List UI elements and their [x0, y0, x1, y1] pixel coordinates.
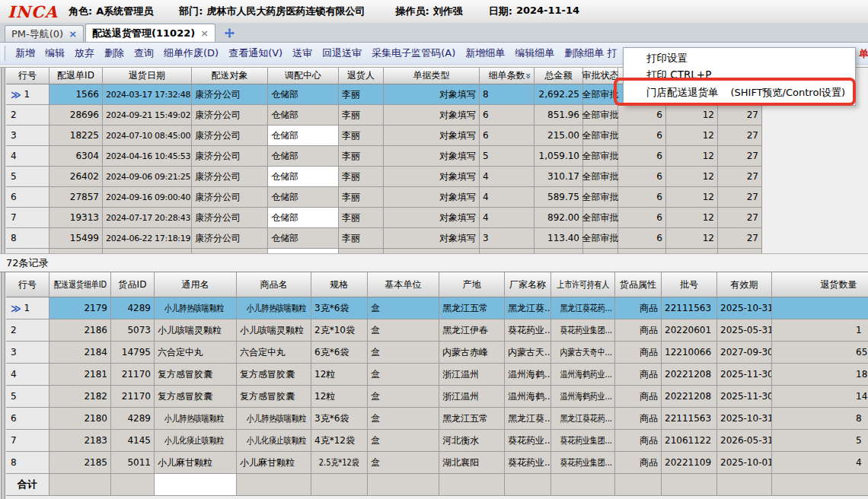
cell-return-qty[interactable]: 65 [772, 342, 868, 364]
cell-dispatch-center[interactable]: 仓储部 [268, 167, 339, 187]
cell-dispatch-center[interactable]: 仓储部 [268, 146, 339, 167]
cell-col-a[interactable]: 6 [618, 167, 666, 187]
cell-expiry[interactable]: 2025-05-31 [717, 319, 772, 342]
cell-spec[interactable]: 2克*10袋 [311, 319, 368, 342]
cell-batch-no[interactable]: 20220601 [662, 319, 717, 342]
cell-batch-no[interactable]: 21061122 [662, 430, 717, 452]
cell-batch-no[interactable]: 12210066 [662, 342, 717, 364]
cell-return-order-id[interactable]: 27857 [49, 187, 103, 208]
cell-total-amount[interactable]: 851.96 [535, 105, 583, 126]
cell-doc-type[interactable]: 对象填写 [384, 208, 480, 228]
row-number-cell[interactable]: 2 [6, 105, 49, 126]
cell-goods-id[interactable]: 4289 [111, 297, 155, 319]
cell-return-order-id[interactable]: 15499 [49, 228, 103, 249]
cell-detail-count[interactable]: 6 [480, 126, 535, 146]
cell-total-amount[interactable]: 215.00 [535, 126, 583, 146]
row-number-cell[interactable]: 2 [6, 319, 49, 342]
cell-total-amount[interactable]: 892.00 [535, 208, 583, 228]
cell-col-b[interactable]: 12 [666, 126, 718, 146]
cell-expiry[interactable]: 2025-11-30 [717, 386, 772, 408]
cell-return-order-id[interactable]: 28696 [49, 105, 103, 126]
toolbar-button-new-detail[interactable]: 新增细单 [465, 46, 505, 60]
cell-product-name[interactable]: 小儿化痰止咳颗粒 [237, 430, 311, 452]
cell-total-amount[interactable]: 1,059.10 [535, 146, 583, 167]
cell-detail-id[interactable]: 2181 [49, 364, 111, 386]
column-header-approval-status[interactable]: 审批状态 [583, 68, 618, 84]
cell-spec[interactable]: 4克*12袋 [311, 430, 368, 452]
cell-batch-no[interactable]: 22111563 [662, 408, 717, 430]
close-icon[interactable]: × [200, 27, 209, 39]
toolbar-button-delete-detail[interactable]: 删除细单 [564, 46, 604, 60]
row-number-cell[interactable]: 7 [6, 208, 49, 228]
cell-delivery-target[interactable]: 康济分公司 [192, 105, 268, 126]
cell-goods-attr[interactable]: 商品 [615, 452, 662, 474]
cell-license-holder[interactable]: 温州海鹤药业... [551, 364, 615, 386]
cell-license-holder[interactable]: 葵花药业集团... [551, 430, 615, 452]
cell-col-c[interactable]: 27 [718, 167, 762, 187]
cell-return-date[interactable]: 2024-09-16 09:00:40 [103, 187, 192, 208]
cell-license-holder[interactable]: 葵花药业集团... [551, 452, 615, 474]
cell-dispatch-center[interactable]: 仓储部 [268, 105, 339, 126]
cell-license-holder[interactable]: 黑龙江葵花药... [551, 408, 615, 430]
cell-return-date[interactable]: 2024-09-06 09:21:25 [103, 167, 192, 187]
column-header-goods-id[interactable]: 货品ID [111, 272, 155, 297]
cell-delivery-target[interactable]: 康济分公司 [192, 126, 268, 146]
cell-detail-id[interactable]: 2179 [49, 297, 111, 319]
cell-goods-attr[interactable]: 商品 [615, 319, 662, 342]
column-header-detail-id[interactable]: 配送退货细单ID [49, 272, 111, 297]
cell-expiry[interactable]: 2026-05-31 [717, 430, 772, 452]
cell-origin[interactable]: 黑龙江五常 [439, 297, 505, 319]
cell-returner[interactable]: 李丽 [339, 105, 384, 126]
cell-product-name[interactable]: 小儿肺热咳喘颗粒 [237, 297, 311, 319]
cell-goods-id[interactable]: 21170 [111, 386, 155, 408]
cell-return-order-id[interactable]: 1566 [49, 84, 103, 105]
cell-col-c[interactable]: 27 [718, 146, 762, 167]
row-number-cell[interactable]: ≫1 [6, 84, 49, 105]
column-header-doc-type[interactable]: 单据类型 [384, 68, 480, 84]
column-header-returner[interactable]: 退货人 [339, 68, 384, 84]
cell-return-order-id[interactable]: 18225 [49, 126, 103, 146]
column-header-return-date[interactable]: 退货日期 [103, 68, 192, 84]
cell-doc-type[interactable]: 对象填写 [384, 167, 480, 187]
cell-detail-count[interactable]: 8 [480, 84, 535, 105]
cell-detail-count[interactable]: 4 [480, 167, 535, 187]
toolbar-button-discard[interactable]: 放弃 [75, 46, 94, 60]
cell-total-amount[interactable]: 589.75 [535, 187, 583, 208]
cell-doc-type[interactable]: 对象填写 [384, 228, 480, 249]
cell-returner[interactable]: 李丽 [339, 208, 384, 228]
row-number-cell[interactable]: 6 [6, 408, 49, 430]
cell-col-b[interactable]: 12 [666, 228, 718, 249]
cell-origin[interactable]: 内蒙古赤峰 [439, 342, 505, 364]
cell-col-a[interactable]: 6 [618, 105, 666, 126]
cell-detail-id[interactable]: 2185 [49, 452, 111, 474]
cell-col-c[interactable]: 27 [718, 228, 762, 249]
cell-batch-no[interactable]: 20221208 [662, 364, 717, 386]
cell-doc-type[interactable]: 对象填写 [384, 146, 480, 167]
cell-return-date[interactable]: 2024-07-10 08:45:00 [103, 126, 192, 146]
cell-approval-status[interactable]: 全部审批 [583, 146, 618, 167]
cell-delivery-target[interactable]: 康济分公司 [192, 167, 268, 187]
cell-col-a[interactable]: 6 [618, 208, 666, 228]
cell-manufacturer[interactable]: 温州海鹤... [505, 386, 551, 408]
cell-returner[interactable]: 李丽 [339, 187, 384, 208]
cell-spec[interactable]: 6克*6袋 [311, 342, 368, 364]
cell-return-qty[interactable]: 14 [772, 386, 868, 408]
row-number-cell[interactable]: 5 [6, 167, 49, 187]
column-header-return-order-id[interactable]: 配退单ID [49, 68, 103, 84]
toolbar-button-delete[interactable]: 删除 [104, 46, 124, 60]
cell-doc-type[interactable]: 对象填写 [384, 187, 480, 208]
cell-col-a[interactable]: 6 [618, 126, 666, 146]
cell-manufacturer[interactable]: 内蒙古天... [505, 342, 551, 364]
cell-goods-id[interactable]: 4289 [111, 408, 155, 430]
cell-goods-attr[interactable]: 商品 [615, 364, 662, 386]
column-header-product-name[interactable]: 商品名 [237, 272, 311, 297]
column-header-goods-attr[interactable]: 货品属性 [615, 272, 662, 297]
column-header-spec[interactable]: 规格 [311, 272, 368, 297]
close-icon[interactable]: × [69, 28, 77, 40]
cell-col-a[interactable]: 6 [618, 187, 666, 208]
cell-dispatch-center[interactable]: 仓储部 [268, 187, 339, 208]
cell-doc-type[interactable]: 对象填写 [384, 84, 480, 105]
cell-expiry[interactable]: 2025-10-01 [717, 452, 772, 474]
column-header-origin[interactable]: 产地 [439, 272, 505, 297]
row-number-cell[interactable]: 7 [6, 430, 49, 452]
